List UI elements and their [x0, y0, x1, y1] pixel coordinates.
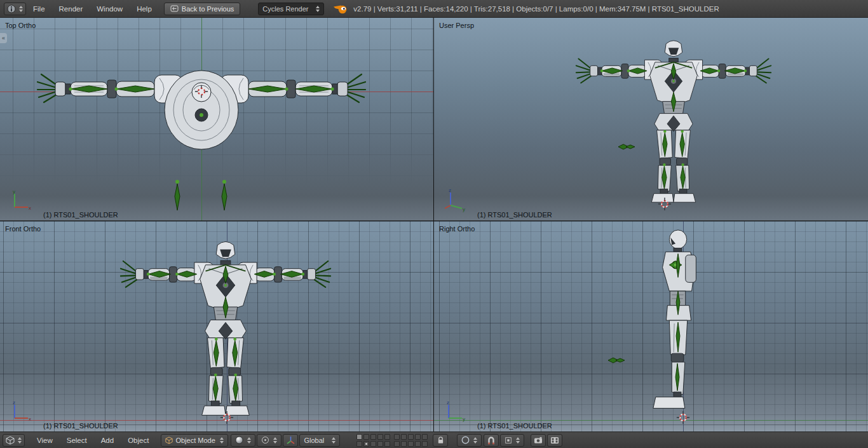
axis-gizmo: z x [9, 400, 33, 424]
layer-toggle[interactable] [422, 434, 428, 440]
transform-orientation-select[interactable]: Global [299, 434, 340, 447]
gizmo-y-label: y [463, 207, 465, 212]
layer-toggle[interactable] [377, 434, 383, 440]
layer-toggle[interactable] [377, 441, 383, 447]
shading-select-arrows [247, 437, 251, 444]
layer-toggle[interactable] [356, 441, 362, 447]
snap-element-icon [505, 437, 512, 444]
viewport-top-ortho[interactable]: « y x Top Ortho (1) RTS01_SHOULDER [0, 18, 433, 221]
active-object-label: (1) RTS01_SHOULDER [43, 211, 118, 219]
robot-model-top-view [36, 59, 367, 212]
snap-toggle-button[interactable] [484, 434, 499, 447]
layer-toggle[interactable] [401, 441, 407, 447]
menu-view[interactable]: View [30, 432, 60, 448]
menu-window[interactable]: Window [90, 0, 130, 17]
layer-toggle[interactable] [394, 441, 400, 447]
bone-marker [607, 356, 626, 365]
layer-toggle[interactable] [370, 441, 376, 447]
scene-statistics: v2.79 | Verts:31,211 | Faces:14,220 | Tr… [353, 5, 719, 13]
manipulator-toggle-button[interactable] [283, 434, 298, 447]
layer-toggle[interactable] [422, 441, 428, 447]
magnet-icon [487, 436, 495, 445]
layer-block-2 [394, 434, 428, 447]
mode-select[interactable]: Object Mode [161, 434, 228, 447]
viewport-shading-select[interactable] [231, 434, 255, 447]
layer-toggle[interactable] [415, 434, 421, 440]
view-name-label: User Persp [439, 22, 474, 29]
render-animation-icon [550, 437, 559, 444]
back-to-previous-button[interactable]: Back to Previous [164, 3, 241, 15]
robot-model-side-view [651, 229, 707, 422]
opengl-render-image-button[interactable] [531, 434, 546, 447]
proportional-edit-icon [461, 436, 470, 444]
viewport-editor-icon [6, 436, 15, 445]
blender-window: File Render Window Help Back to Previous… [0, 0, 868, 448]
layer-toggle[interactable] [363, 441, 369, 447]
layers-widget [356, 434, 428, 447]
info-editor-icon [7, 4, 16, 13]
lock-to-scene-button[interactable] [433, 434, 448, 447]
info-header: File Render Window Help Back to Previous… [0, 0, 868, 18]
snap-select-arrows [516, 437, 520, 444]
view-name-label: Top Ortho [5, 22, 36, 29]
menu-file[interactable]: File [26, 0, 52, 17]
layer-toggle[interactable] [370, 434, 376, 440]
gizmo-y-label: y [463, 416, 465, 422]
editor-type-button[interactable] [3, 434, 25, 447]
3d-cursor[interactable] [194, 85, 208, 98]
opengl-render-animation-button[interactable] [547, 434, 562, 447]
layer-toggle[interactable] [384, 441, 390, 447]
snap-element-select[interactable] [500, 434, 524, 447]
3d-cursor[interactable] [220, 411, 234, 424]
lock-icon [437, 436, 444, 444]
layer-toggle[interactable] [394, 434, 400, 440]
render-engine-select[interactable]: Cycles Render [258, 3, 324, 15]
blender-logo [333, 3, 348, 14]
toolshelf-expand-arrow[interactable]: « [0, 33, 7, 43]
menu-help[interactable]: Help [130, 0, 159, 17]
gizmo-x-label: x [29, 205, 31, 211]
editor-type-button[interactable] [4, 3, 26, 15]
axis-gizmo: z y [443, 400, 467, 424]
engine-select-arrows [316, 6, 320, 12]
layer-toggle[interactable] [363, 434, 369, 440]
mode-select-arrows [220, 437, 224, 444]
3d-cursor[interactable] [676, 411, 690, 424]
axis-gizmo: y x [9, 189, 33, 213]
viewport-user-persp[interactable]: z y User Persp (1) RTS01_SHOULDER [434, 18, 868, 221]
layer-toggle[interactable] [356, 434, 362, 440]
menu-object[interactable]: Object [121, 432, 156, 448]
gizmo-x-label: x [29, 416, 31, 422]
pivot-point-select[interactable] [257, 434, 281, 447]
pivot-select-arrows [273, 437, 277, 444]
back-icon [170, 5, 179, 12]
robot-model-persp-view [575, 37, 772, 210]
layer-toggle[interactable] [401, 434, 407, 440]
proportional-edit-select[interactable] [457, 434, 482, 447]
active-object-label: (1) RTS01_SHOULDER [477, 422, 552, 430]
active-object-label: (1) RTS01_SHOULDER [477, 211, 552, 219]
orientation-select-arrows [332, 437, 336, 444]
gizmo-z-label: z [13, 400, 15, 405]
view-name-label: Front Ortho [5, 225, 41, 233]
viewport-right-ortho[interactable]: z y Right Ortho (1) RTS01_SHOULDER [434, 221, 868, 431]
gizmo-z-label: z [449, 189, 451, 193]
pivot-icon [261, 436, 269, 444]
robot-model-front-view [119, 238, 332, 423]
editor-type-arrows [19, 6, 23, 12]
quad-view-area: « y x Top Ortho (1) RTS01_SHOULDER [0, 18, 868, 431]
viewport-front-ortho[interactable]: z x Front Ortho (1) RTS01_SHOULDER [0, 221, 433, 431]
layer-toggle[interactable] [415, 441, 421, 447]
editor-type-arrows [18, 437, 22, 444]
menu-select[interactable]: Select [60, 432, 94, 448]
layer-toggle[interactable] [384, 434, 390, 440]
layer-toggle[interactable] [408, 434, 414, 440]
layer-toggle[interactable] [408, 441, 414, 447]
menu-add[interactable]: Add [94, 432, 121, 448]
active-object-label: (1) RTS01_SHOULDER [43, 422, 118, 430]
shading-sphere-icon [235, 436, 243, 444]
3d-cursor[interactable] [658, 197, 672, 211]
menu-render[interactable]: Render [52, 0, 90, 17]
gizmo-z-label: z [447, 400, 449, 405]
viewport-header-bar: View Select Add Object Object Mode [0, 431, 868, 448]
